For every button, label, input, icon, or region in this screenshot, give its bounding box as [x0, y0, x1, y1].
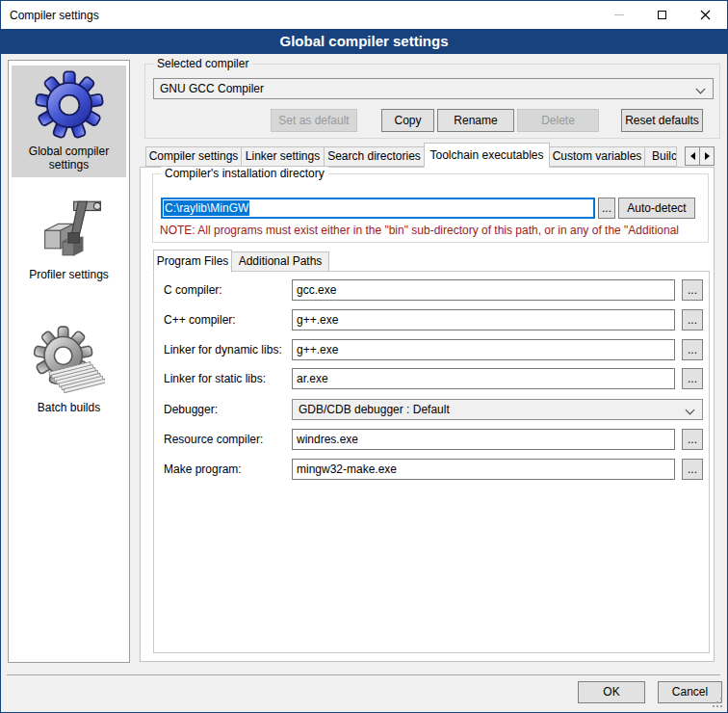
- close-icon: [700, 10, 711, 20]
- window-title: Compiler settings: [1, 9, 597, 22]
- field-label: Linker for dynamic libs:: [164, 343, 282, 356]
- tab-toolchain-executables[interactable]: Toolchain executables: [424, 143, 550, 168]
- field-row: Debugger: GDB/CDB debugger : Default: [154, 399, 709, 420]
- sidebar-item-label: Global compiler settings: [12, 145, 126, 172]
- compiler-select-value: GNU GCC Compiler: [160, 82, 264, 95]
- field-row: Linker for static libs: ...: [154, 368, 709, 389]
- tab-custom-variables[interactable]: Custom variables: [549, 146, 645, 167]
- field-row: Resource compiler: ...: [154, 429, 709, 450]
- installation-directory-group: Compiler's installation directory C:\ray…: [152, 173, 709, 243]
- ok-button[interactable]: OK: [578, 681, 645, 703]
- sidebar-item-batch-builds[interactable]: Batch builds: [12, 322, 126, 420]
- group-label: Compiler's installation directory: [161, 167, 328, 180]
- batch-builds-icon: [34, 326, 105, 397]
- sidebar-item-label: Batch builds: [12, 401, 126, 414]
- caliper-icon: [34, 193, 105, 264]
- main-tab-bar: Compiler settings Linker settings Search…: [140, 143, 715, 167]
- resource-compiler-input[interactable]: [292, 429, 675, 450]
- blue-gear-icon: [34, 69, 105, 141]
- field-label: Debugger:: [164, 403, 218, 416]
- sidebar-item-label: Profiler settings: [12, 268, 126, 281]
- cpp-compiler-input[interactable]: [292, 309, 675, 330]
- tab-search-directories[interactable]: Search directories: [324, 146, 425, 167]
- debugger-select[interactable]: GDB/CDB debugger : Default: [292, 399, 703, 420]
- close-button[interactable]: [684, 1, 727, 29]
- browse-directory-button[interactable]: ...: [598, 198, 615, 219]
- maximize-button[interactable]: [640, 1, 684, 29]
- browse-button[interactable]: ...: [682, 279, 703, 301]
- resize-grip[interactable]: [713, 698, 723, 708]
- program-files-panel: C compiler: ... C++ compiler: ... Linker…: [153, 271, 710, 653]
- tab-scroll-left-button[interactable]: [685, 146, 700, 166]
- note-text: NOTE: All programs must exist either in …: [160, 224, 705, 237]
- subtab-additional-paths[interactable]: Additional Paths: [231, 251, 329, 272]
- copy-button[interactable]: Copy: [381, 109, 434, 132]
- browse-button[interactable]: ...: [682, 368, 703, 389]
- rename-button[interactable]: Rename: [437, 109, 514, 132]
- browse-button[interactable]: ...: [682, 429, 703, 450]
- static-linker-input[interactable]: [292, 368, 675, 389]
- sidebar-item-global-compiler-settings[interactable]: Global compiler settings: [12, 66, 126, 177]
- installation-directory-input[interactable]: C:\raylib\MinGW: [161, 198, 595, 219]
- sidebar-item-profiler-settings[interactable]: Profiler settings: [12, 189, 126, 287]
- minimize-icon: [614, 14, 624, 15]
- chevron-down-icon: [696, 85, 706, 94]
- field-row: C compiler: ...: [154, 279, 709, 301]
- tab-build-options-clipped[interactable]: Builc: [644, 146, 677, 167]
- field-label: Make program:: [164, 462, 242, 476]
- make-program-input[interactable]: [292, 459, 675, 480]
- c-compiler-input[interactable]: [292, 279, 675, 301]
- field-row: Linker for dynamic libs: ...: [154, 339, 709, 360]
- auto-detect-button[interactable]: Auto-detect: [618, 198, 695, 219]
- browse-button[interactable]: ...: [682, 459, 703, 480]
- selected-compiler-group: Selected compiler GNU GCC Compiler Set a…: [144, 64, 720, 139]
- tab-compiler-settings[interactable]: Compiler settings: [145, 146, 242, 167]
- field-label: C++ compiler:: [164, 313, 236, 327]
- field-label: Resource compiler:: [164, 433, 263, 446]
- sub-tab-bar: Program Files Additional Paths: [153, 249, 328, 272]
- subtab-program-files[interactable]: Program Files: [153, 250, 232, 273]
- reset-defaults-button[interactable]: Reset defaults: [621, 109, 703, 132]
- maximize-icon: [658, 11, 666, 19]
- delete-button[interactable]: Delete: [517, 109, 599, 132]
- tab-scroll-controls: [686, 146, 715, 166]
- left-arrow-icon: [690, 152, 695, 160]
- dialog-content: Global compiler settings: [1, 54, 727, 712]
- field-row: C++ compiler: ...: [154, 309, 709, 330]
- selected-text: C:\raylib\MinGW: [164, 200, 249, 216]
- minimize-button[interactable]: [597, 1, 640, 29]
- set-as-default-button[interactable]: Set as default: [271, 109, 357, 132]
- dynamic-linker-input[interactable]: [292, 339, 675, 360]
- settings-sidebar: Global compiler settings: [8, 60, 130, 663]
- debugger-select-value: GDB/CDB debugger : Default: [299, 403, 450, 416]
- window-titlebar: Compiler settings: [1, 1, 727, 29]
- group-label: Selected compiler: [153, 57, 252, 70]
- right-arrow-icon: [705, 152, 710, 160]
- tab-scroll-right-button[interactable]: [699, 146, 715, 166]
- page-title: Global compiler settings: [1, 29, 727, 54]
- footer-divider: [7, 674, 720, 675]
- field-row: Make program: ...: [154, 459, 709, 480]
- browse-button[interactable]: ...: [682, 309, 703, 330]
- browse-button[interactable]: ...: [682, 339, 703, 360]
- field-label: C compiler:: [164, 283, 222, 297]
- chevron-down-icon: [686, 406, 695, 415]
- tab-linker-settings[interactable]: Linker settings: [241, 146, 325, 167]
- compiler-select[interactable]: GNU GCC Compiler: [153, 78, 714, 99]
- toolchain-executables-panel: Compiler's installation directory C:\ray…: [140, 167, 715, 662]
- field-label: Linker for static libs:: [164, 372, 266, 385]
